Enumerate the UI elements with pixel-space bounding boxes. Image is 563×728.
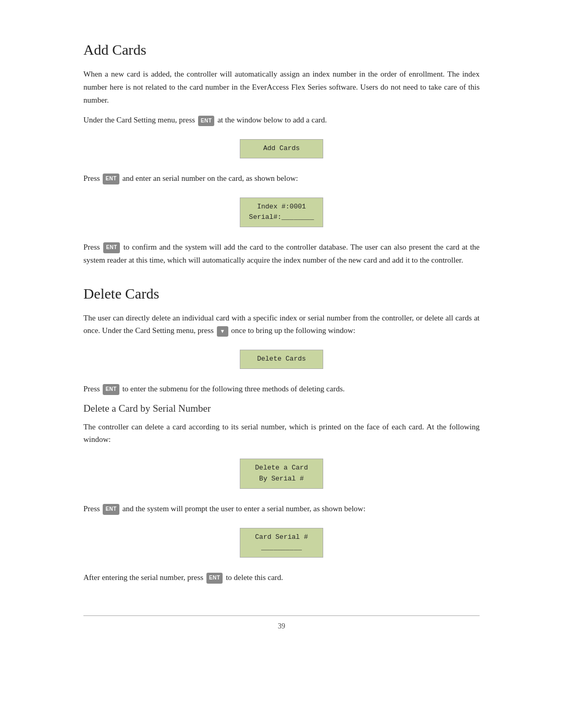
lcd-delete-cards-line1: Delete Cards [257,355,306,363]
lcd-delete-by-serial: Delete a Card By Serial # [83,453,480,494]
page: Add Cards When a new card is added, the … [0,0,563,728]
lcd-card-serial-box: Card Serial # __________ [240,528,323,558]
ent-badge-5: ENT [103,504,119,515]
ent-badge-4: ENT [103,384,119,395]
delete-cards-para2-suffix: to enter the submenu for the following t… [123,385,345,393]
delete-cards-para2: Press ENT to enter the submenu for the f… [83,382,480,396]
lcd-index-serial: Index #:0001 Serial#:________ [83,192,480,233]
delete-by-serial-para3-prefix: After entering the serial number, press [83,573,203,582]
add-cards-para3-prefix: Press [83,174,100,182]
add-cards-para4-suffix: to confirm and the system will add the c… [83,243,480,264]
add-cards-para3-suffix: and enter an serial number on the card, … [123,174,298,182]
lcd-delete-by-serial-line1: Delete a Card [248,463,315,474]
add-cards-section: Add Cards When a new card is added, the … [83,42,480,267]
ent-badge-1: ENT [198,116,215,127]
ent-badge-6: ENT [206,573,223,584]
add-cards-para2: Under the Card Setting menu, press ENT a… [83,114,480,127]
lcd-card-serial-line2: __________ [248,542,315,553]
ent-badge-2: ENT [103,174,119,184]
lcd-add-cards-line1: Add Cards [263,144,300,152]
delete-by-serial-title: Delete a Card by Serial Number [83,403,480,414]
lcd-delete-cards-box: Delete Cards [240,350,323,369]
add-cards-para2-prefix: Under the Card Setting menu, press [83,116,195,124]
delete-cards-title: Delete Cards [83,286,480,302]
delete-cards-para1-suffix: once to bring up the following window: [231,326,355,335]
add-cards-para2-suffix: at the window below to add a card. [217,116,327,124]
lcd-index-serial-line1: Index #:0001 [248,202,315,213]
ent-badge-3: ENT [103,242,120,253]
delete-by-serial-para2-suffix: and the system will prompt the user to e… [123,504,365,513]
delete-cards-section: Delete Cards The user can directly delet… [83,286,480,584]
lcd-index-serial-line2: Serial#:________ [248,212,315,223]
lcd-delete-by-serial-line2: By Serial # [248,474,315,485]
delete-by-serial-para3: After entering the serial number, press … [83,571,480,584]
delete-cards-para1: The user can directly delete an individu… [83,312,480,338]
delete-by-serial-para2-prefix: Press [83,504,100,513]
delete-by-serial-para2: Press ENT and the system will prompt the… [83,502,480,515]
lcd-delete-by-serial-box: Delete a Card By Serial # [240,459,323,489]
delete-by-serial-para3-suffix: to delete this card. [226,573,283,582]
add-cards-title: Add Cards [83,42,480,58]
lcd-card-serial: Card Serial # __________ [83,523,480,563]
delete-cards-para2-prefix: Press [83,385,100,393]
add-cards-para3: Press ENT and enter an serial number on … [83,172,480,185]
lcd-add-cards: Add Cards [83,134,480,164]
add-cards-para4-prefix: Press [83,243,100,251]
delete-by-serial-para1: The controller can delete a card accordi… [83,421,480,447]
lcd-index-serial-box: Index #:0001 Serial#:________ [240,198,323,228]
lcd-card-serial-line1: Card Serial # [248,532,315,543]
down-badge-1: ▼ [217,326,228,337]
lcd-delete-cards: Delete Cards [83,344,480,374]
add-cards-para1: When a new card is added, the controller… [83,68,480,106]
delete-by-serial-subsection: Delete a Card by Serial Number The contr… [83,403,480,584]
add-cards-para4: Press ENT to confirm and the system will… [83,241,480,267]
page-number: 39 [83,622,480,631]
lcd-add-cards-box: Add Cards [240,139,323,158]
footer-divider [83,615,480,616]
